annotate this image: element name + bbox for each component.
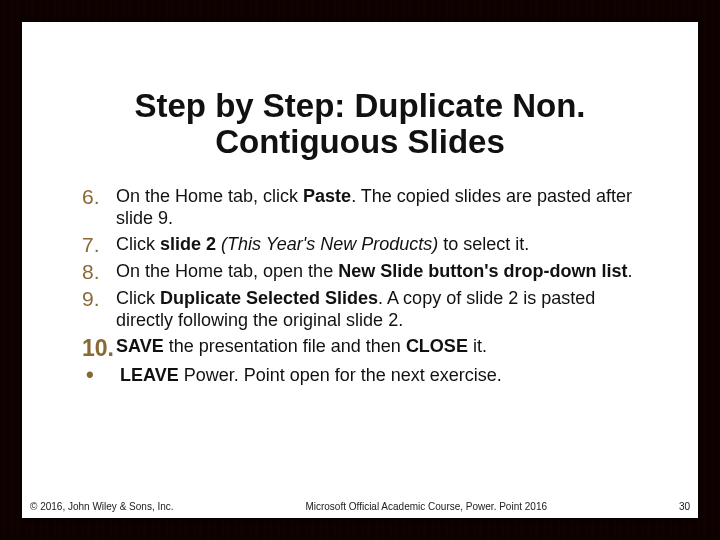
step-item: 10.SAVE the presentation file and then C… (82, 335, 638, 361)
stage: Step by Step: Duplicate Non. Contiguous … (0, 0, 720, 540)
step-number: 6. (82, 185, 116, 209)
slide-sheet: Step by Step: Duplicate Non. Contiguous … (22, 22, 698, 518)
page-title: Step by Step: Duplicate Non. Contiguous … (78, 88, 642, 161)
step-item: 7.Click slide 2 (This Year's New Product… (82, 233, 638, 257)
step-item: 8.On the Home tab, open the New Slide bu… (82, 260, 638, 284)
step-text: On the Home tab, open the New Slide butt… (116, 260, 632, 283)
step-number: 7. (82, 233, 116, 257)
footer-course: Microsoft Official Academic Course, Powe… (174, 501, 679, 512)
step-item: •LEAVE Power. Point open for the next ex… (82, 364, 638, 387)
step-text: Click Duplicate Selected Slides. A copy … (116, 287, 638, 332)
footer: © 2016, John Wiley & Sons, Inc. Microsof… (30, 501, 690, 512)
step-item: 9.Click Duplicate Selected Slides. A cop… (82, 287, 638, 332)
step-number: 8. (82, 260, 116, 284)
slide-content: Step by Step: Duplicate Non. Contiguous … (22, 22, 698, 518)
step-number: 9. (82, 287, 116, 311)
step-text: On the Home tab, click Paste. The copied… (116, 185, 638, 230)
step-text: Click slide 2 (This Year's New Products)… (116, 233, 529, 256)
bullet-marker: • (82, 364, 120, 386)
step-item: 6.On the Home tab, click Paste. The copi… (82, 185, 638, 230)
footer-copyright: © 2016, John Wiley & Sons, Inc. (30, 501, 174, 512)
step-number: 10. (82, 335, 116, 361)
footer-page: 30 (679, 501, 690, 512)
step-list: 6.On the Home tab, click Paste. The copi… (78, 185, 642, 387)
step-text: SAVE the presentation file and then CLOS… (116, 335, 487, 358)
step-text: LEAVE Power. Point open for the next exe… (120, 364, 502, 387)
